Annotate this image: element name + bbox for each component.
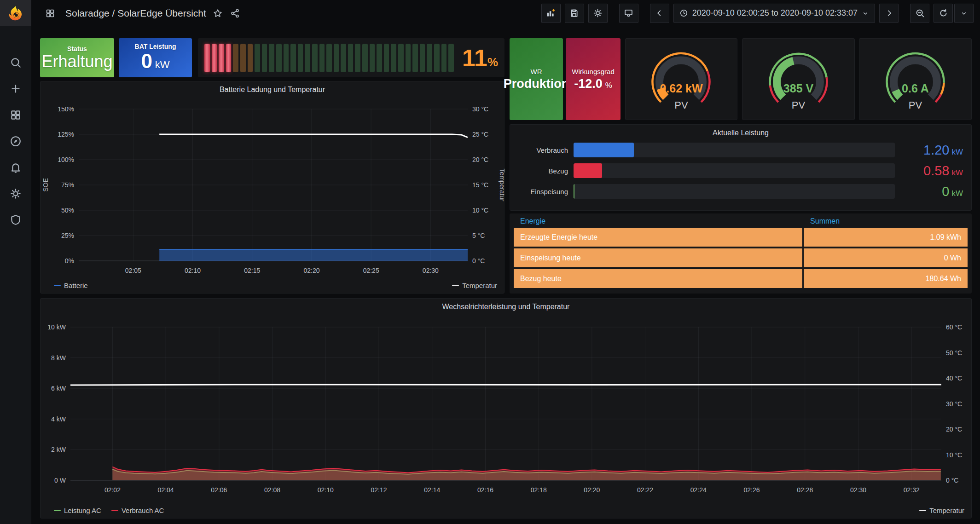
dashboard-title[interactable]: Solaradge / SolarEdge Übersicht <box>65 8 206 19</box>
soc-cell-unlit <box>334 44 339 72</box>
y-axis-tick-label: 0 °C <box>946 477 958 484</box>
chart-legend: Leistung ACVerbrauch ACTemperatur <box>41 507 971 514</box>
y-axis-tick-label: 0% <box>65 257 74 265</box>
zoom-out-button[interactable] <box>910 4 929 23</box>
y-axis-tick-label: 0 W <box>54 477 66 484</box>
refresh-interval-button[interactable] <box>954 4 974 23</box>
y-axis-tick-label: 2 kW <box>51 446 66 453</box>
share-icon[interactable] <box>230 8 240 18</box>
column-header-summen[interactable]: Summen <box>804 217 968 225</box>
table-cell-summen: 180.64 Wh <box>804 269 968 288</box>
aktuelle-leistung-rows: Verbrauch1.20kWBezug0.58kWEinspeisung0kW <box>510 137 971 199</box>
soc-bar-gauge-cells <box>204 44 454 72</box>
explore-compass-icon[interactable] <box>10 135 22 147</box>
gauge-value: 0.6 A <box>859 82 971 95</box>
left-axis-title: SOE <box>42 178 49 192</box>
chart-plot-area[interactable]: 0 W2 kW4 kW6 kW8 kW10 kW0 °C10 °C20 °C30… <box>41 314 972 500</box>
series-line-Temperatur <box>70 385 941 385</box>
save-dashboard-button[interactable] <box>565 4 584 23</box>
y-axis-tick-label: 30 °C <box>946 400 962 408</box>
time-range-back-button[interactable] <box>650 4 669 23</box>
wirkungsgrad-stat-panel[interactable]: Wirkungsgrad -12.0% <box>566 38 620 120</box>
soc-cell-unlit <box>391 44 396 72</box>
legend-swatch <box>54 285 61 286</box>
time-picker-button[interactable]: 2020-09-10 02:00:25 to 2020-09-10 02:33:… <box>673 4 875 23</box>
wirkungsgrad-label: Wirkungsgrad <box>572 68 615 75</box>
create-plus-icon[interactable] <box>10 83 22 95</box>
leistung-bar-track <box>574 184 895 199</box>
x-axis-tick-label: 02:16 <box>477 486 493 494</box>
pv-volt-gauge-panel[interactable]: 385 V PV <box>742 38 855 120</box>
wechselrichter-chart[interactable]: 0 W2 kW4 kW6 kW8 kW10 kW0 °C10 °C20 °C30… <box>41 314 971 518</box>
value-unit: kW <box>951 168 963 177</box>
legend-item-Batterie[interactable]: Batterie <box>54 282 88 289</box>
dashboard-settings-button[interactable] <box>588 4 608 23</box>
zoom-out-icon <box>915 8 925 18</box>
legend-swatch <box>452 285 459 286</box>
soc-cell-unlit <box>233 44 238 72</box>
leistung-bar-track <box>574 143 895 157</box>
x-axis-tick-label: 02:26 <box>744 486 760 494</box>
batterie-chart[interactable]: 0%25%50%75%100%125%150%0 °C5 °C10 °C15 °… <box>41 97 504 293</box>
legend-item-Temperatur[interactable]: Temperatur <box>919 507 964 514</box>
refresh-button[interactable] <box>934 4 953 23</box>
grafana-dashboard: { "navbar": { "title": "Solaradge / Sola… <box>0 0 980 524</box>
soc-bar-gauge-panel[interactable]: 11% <box>198 38 504 77</box>
dashboards-icon[interactable] <box>10 109 22 121</box>
soc-cell-lit <box>204 44 210 72</box>
x-axis-tick-label: 02:04 <box>158 486 174 494</box>
bat-leistung-value: 0kW <box>141 50 169 72</box>
navbar-actions: 2020-09-10 02:00:25 to 2020-09-10 02:33:… <box>541 4 974 23</box>
y-axis-tick-label: 50 °C <box>946 349 962 357</box>
time-range-forward-button[interactable] <box>879 4 899 23</box>
legend-label: Leistung AC <box>64 507 101 514</box>
bat-leistung-stat-panel[interactable]: BAT Leistung 0kW <box>119 38 192 77</box>
soc-cell-unlit <box>248 44 253 72</box>
table-row: Einspeisung heute0 Wh <box>514 248 968 267</box>
soc-cell-unlit <box>441 44 447 72</box>
chart-plot-area[interactable]: 0%25%50%75%100%125%150%0 °C5 °C10 °C15 °… <box>41 97 504 276</box>
leistung-row: Einspeisung0kW <box>516 184 963 199</box>
star-icon[interactable] <box>213 8 223 18</box>
panel-title[interactable]: Aktuelle Leistung <box>510 125 971 137</box>
status-stat-panel[interactable]: Status Erhaltung <box>40 38 114 77</box>
legend-item-Temperatur[interactable]: Temperatur <box>452 282 497 289</box>
server-admin-shield-icon[interactable] <box>10 214 22 226</box>
panel-title[interactable]: Batterie Ladung und Temperatur <box>41 81 504 94</box>
value-number: 1.20 <box>923 143 949 157</box>
legend-item-Leistung AC[interactable]: Leistung AC <box>54 507 101 514</box>
sidebar <box>0 0 31 524</box>
grafana-logo[interactable] <box>0 0 31 26</box>
pv-kw-gauge-panel[interactable]: 0.62 kW PV <box>625 38 737 120</box>
wr-produktion-stat-panel[interactable]: WR Produktion <box>510 38 563 120</box>
alerting-bell-icon[interactable] <box>10 161 22 173</box>
panel-title[interactable]: Wechselrichterleistung und Temperatur <box>41 299 971 311</box>
soc-cell-unlit <box>326 44 332 72</box>
y-axis-tick-label: 125% <box>58 131 74 138</box>
gauge-label: PV <box>626 99 737 111</box>
dashboard-squares-icon[interactable] <box>45 8 55 18</box>
soc-value-number: 11 <box>462 45 487 71</box>
bat-leistung-label: BAT Leistung <box>135 43 176 50</box>
wr-value: Produktion <box>504 77 569 91</box>
value-unit: kW <box>951 148 963 156</box>
x-axis-tick-label: 02:30 <box>850 486 866 494</box>
soc-cell-unlit <box>269 44 274 72</box>
soc-cell-unlit <box>319 44 325 72</box>
y-axis-tick-label: 150% <box>58 105 74 113</box>
cycle-view-button[interactable] <box>619 4 638 23</box>
gauge-value: 385 V <box>742 82 854 95</box>
wirkungsgrad-value: -12.0% <box>574 77 612 91</box>
x-axis-tick-label: 02:22 <box>637 486 653 494</box>
x-axis-tick-label: 02:20 <box>584 486 600 494</box>
configuration-gear-icon[interactable] <box>10 188 22 200</box>
pv-ampere-gauge-panel[interactable]: 0.6 A PV <box>859 38 972 120</box>
leistung-row: Bezug0.58kW <box>516 163 963 178</box>
table-row: Bezug heute180.64 Wh <box>514 269 968 288</box>
search-icon[interactable] <box>10 57 22 69</box>
legend-item-Verbrauch AC[interactable]: Verbrauch AC <box>111 507 164 514</box>
gauge-label: PV <box>742 99 854 111</box>
add-panel-button[interactable] <box>541 4 561 23</box>
legend-right-group: Temperatur <box>919 507 964 514</box>
column-header-energie[interactable]: Energie <box>514 217 802 225</box>
